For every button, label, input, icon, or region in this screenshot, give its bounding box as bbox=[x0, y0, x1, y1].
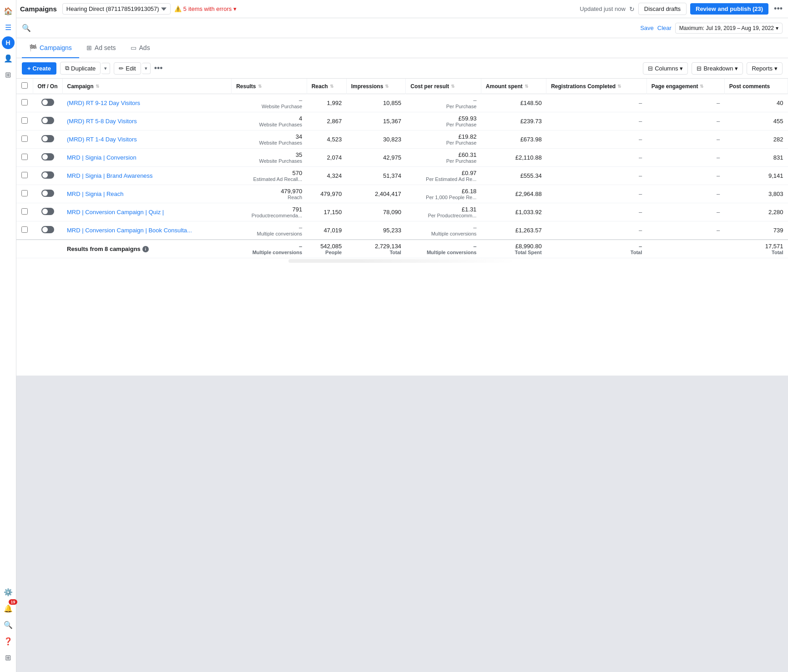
tab-ads[interactable]: ▭ Ads bbox=[123, 38, 157, 58]
sidebar-search-icon[interactable]: 🔍 bbox=[1, 617, 15, 632]
row-campaign-cell: (MRD) RT 1-4 Day Visitors bbox=[62, 130, 232, 149]
campaign-link-6[interactable]: MRD | Conversion Campaign | Quiz | bbox=[67, 209, 164, 216]
edit-button[interactable]: ✏ Edit bbox=[114, 62, 141, 75]
amount-sort-icon[interactable]: ⇅ bbox=[525, 84, 528, 89]
totals-info-icon[interactable]: i bbox=[142, 246, 149, 252]
select-all-checkbox[interactable] bbox=[21, 82, 28, 89]
row-cost-cell: £59.93 Per Purchase bbox=[406, 112, 481, 130]
bottom-area bbox=[16, 376, 788, 672]
row-checkbox-cell bbox=[16, 167, 33, 185]
reach-sort-icon[interactable]: ⇅ bbox=[330, 84, 333, 89]
row-toggle-5[interactable] bbox=[41, 190, 54, 197]
row-checkbox-5[interactable] bbox=[21, 190, 28, 196]
toolbar-more-button[interactable]: ••• bbox=[154, 64, 163, 73]
horizontal-scrollbar[interactable] bbox=[288, 259, 516, 263]
page-engagement-value-2: – bbox=[651, 136, 720, 143]
sidebar-help-icon[interactable]: ❓ bbox=[1, 634, 15, 648]
row-checkbox-3[interactable] bbox=[21, 154, 28, 160]
amount-value-7: £1,263.57 bbox=[485, 227, 541, 234]
col-registrations: Registrations Completed⇅ bbox=[546, 79, 647, 94]
publish-button[interactable]: Review and publish (23) bbox=[690, 3, 768, 15]
row-campaign-cell: MRD | Conversion Campaign | Quiz | bbox=[62, 203, 232, 221]
navtabs: 🏁 Campaigns ⊞ Ad sets ▭ Ads bbox=[16, 38, 788, 58]
col-cost-label: Cost per result bbox=[410, 83, 449, 90]
error-badge[interactable]: ⚠️ 5 items with errors ▾ bbox=[174, 5, 237, 12]
row-toggle-2[interactable] bbox=[41, 135, 54, 142]
row-checkbox-4[interactable] bbox=[21, 172, 28, 178]
row-checkbox-1[interactable] bbox=[21, 117, 28, 124]
duplicate-dropdown[interactable]: ▾ bbox=[101, 63, 110, 74]
date-chevron: ▾ bbox=[776, 25, 778, 31]
row-impressions-cell: 51,374 bbox=[346, 167, 406, 185]
registrations-sort-icon[interactable]: ⇅ bbox=[617, 84, 621, 89]
campaign-link-4[interactable]: MRD | Signia | Brand Awareness bbox=[67, 172, 153, 179]
cost-sub-5: Per 1,000 People Re... bbox=[410, 195, 477, 200]
campaign-link-0[interactable]: (MRD) RT 9-12 Day Visitors bbox=[67, 100, 140, 106]
col-reach: Reach⇅ bbox=[307, 79, 346, 94]
create-button[interactable]: + Create bbox=[22, 62, 56, 75]
row-toggle-3[interactable] bbox=[41, 153, 54, 160]
row-registrations-cell: – bbox=[546, 221, 647, 240]
search-icon[interactable]: 🔍 bbox=[22, 24, 31, 32]
date-range-selector[interactable]: Maximum: Jul 19, 2019 – Aug 19, 2022 ▾ bbox=[675, 23, 783, 34]
campaign-link-3[interactable]: MRD | Signia | Conversion bbox=[67, 154, 136, 161]
totals-registrations-sub: Total bbox=[551, 250, 642, 255]
impressions-value-2: 30,823 bbox=[351, 136, 401, 143]
sidebar-apps-icon[interactable]: ⊞ bbox=[1, 650, 15, 665]
columns-button[interactable]: ⊟ Columns ▾ bbox=[643, 62, 688, 75]
edit-dropdown[interactable]: ▾ bbox=[142, 63, 151, 74]
more-options-button[interactable]: ••• bbox=[772, 4, 784, 14]
row-toggle-6[interactable] bbox=[41, 208, 54, 215]
row-toggle-4[interactable] bbox=[41, 171, 54, 179]
sidebar-menu-icon[interactable]: ☰ bbox=[1, 20, 15, 35]
post-comments-value-7: 739 bbox=[729, 227, 783, 234]
sidebar-person-icon[interactable]: 👤 bbox=[1, 51, 15, 65]
row-checkbox-0[interactable] bbox=[21, 99, 28, 105]
sidebar-home-icon[interactable]: 🏠 bbox=[1, 4, 15, 18]
results-value-6: 791 bbox=[236, 206, 302, 213]
save-button[interactable]: Save bbox=[640, 25, 654, 31]
refresh-icon[interactable]: ↻ bbox=[629, 5, 635, 13]
row-amount-cell: £555.34 bbox=[481, 167, 546, 185]
campaigns-table: Off / On Campaign⇅ Results⇅ Reach⇅ Impre bbox=[16, 79, 788, 258]
clear-button[interactable]: Clear bbox=[657, 25, 672, 31]
sidebar-avatar[interactable]: H bbox=[2, 36, 15, 49]
row-toggle-0[interactable] bbox=[41, 99, 54, 106]
sidebar-settings-icon[interactable]: ⚙️ bbox=[1, 585, 15, 599]
breakdown-button[interactable]: ⊟ Breakdown ▾ bbox=[692, 62, 743, 75]
tab-campaigns[interactable]: 🏁 Campaigns bbox=[22, 38, 79, 58]
impressions-value-7: 95,233 bbox=[351, 227, 401, 234]
page-engagement-value-4: – bbox=[651, 172, 720, 179]
row-page-engagement-cell: – bbox=[647, 130, 724, 149]
results-sub-2: Website Purchases bbox=[236, 140, 302, 145]
duplicate-button[interactable]: ⧉ Duplicate bbox=[60, 62, 101, 75]
col-off-on: Off / On bbox=[33, 79, 62, 94]
account-selector[interactable]: Hearing Direct (871178519913057) bbox=[62, 3, 171, 15]
campaign-link-2[interactable]: (MRD) RT 1-4 Day Visitors bbox=[67, 136, 137, 143]
row-toggle-7[interactable] bbox=[41, 226, 54, 233]
reach-value-3: 2,074 bbox=[311, 154, 342, 161]
row-checkbox-2[interactable] bbox=[21, 135, 28, 142]
reports-button[interactable]: Reports ▾ bbox=[747, 62, 783, 75]
row-checkbox-6[interactable] bbox=[21, 208, 28, 215]
tab-adsets[interactable]: ⊞ Ad sets bbox=[79, 38, 123, 58]
create-label: Create bbox=[33, 65, 51, 72]
cost-sort-icon[interactable]: ⇅ bbox=[451, 84, 455, 89]
campaign-link-1[interactable]: (MRD) RT 5-8 Day Visitors bbox=[67, 118, 137, 125]
campaign-link-5[interactable]: MRD | Signia | Reach bbox=[67, 191, 124, 197]
campaign-sort-icon[interactable]: ⇅ bbox=[96, 84, 99, 89]
discard-button[interactable]: Discard drafts bbox=[638, 3, 687, 15]
page-engagement-sort-icon[interactable]: ⇅ bbox=[700, 84, 703, 89]
post-comments-value-1: 455 bbox=[729, 118, 783, 125]
sidebar-grid-icon[interactable]: ⊞ bbox=[1, 67, 15, 82]
row-toggle-1[interactable] bbox=[41, 117, 54, 124]
reach-value-5: 479,970 bbox=[311, 191, 342, 197]
totals-reach-value: 542,085 bbox=[311, 243, 342, 250]
page-engagement-value-6: – bbox=[651, 209, 720, 216]
campaign-link-7[interactable]: MRD | Conversion Campaign | Book Consult… bbox=[67, 227, 192, 234]
row-reach-cell: 2,074 bbox=[307, 149, 346, 167]
results-sort-icon[interactable]: ⇅ bbox=[258, 84, 262, 89]
sidebar-notifications-icon[interactable]: 🔔 19 bbox=[1, 601, 15, 616]
impressions-sort-icon[interactable]: ⇅ bbox=[385, 84, 389, 89]
row-checkbox-7[interactable] bbox=[21, 226, 28, 233]
